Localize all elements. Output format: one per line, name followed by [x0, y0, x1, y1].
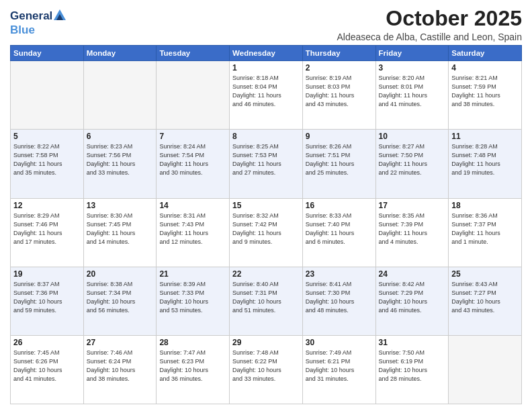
day-info: Sunrise: 8:31 AM Sunset: 7:43 PM Dayligh…: [159, 212, 226, 246]
calendar-cell: [83, 61, 157, 130]
weekday-header: Wednesday: [230, 46, 303, 61]
logo-icon: [54, 9, 66, 20]
day-info: Sunrise: 8:25 AM Sunset: 7:53 PM Dayligh…: [232, 142, 300, 177]
calendar-cell: 14Sunrise: 8:31 AM Sunset: 7:43 PM Dayli…: [157, 198, 230, 267]
day-number: 2: [306, 63, 373, 73]
day-number: 12: [13, 201, 81, 210]
day-info: Sunrise: 8:32 AM Sunset: 7:42 PM Dayligh…: [232, 212, 300, 246]
day-number: 1: [232, 63, 300, 73]
day-info: Sunrise: 8:36 AM Sunset: 7:37 PM Dayligh…: [451, 212, 519, 246]
calendar-cell: 12Sunrise: 8:29 AM Sunset: 7:46 PM Dayli…: [11, 198, 84, 267]
calendar-cell: 5Sunrise: 8:22 AM Sunset: 7:58 PM Daylig…: [11, 130, 84, 198]
day-number: 25: [451, 269, 519, 279]
weekday-header: Monday: [83, 46, 157, 61]
day-number: 23: [306, 269, 373, 279]
day-number: 5: [13, 132, 81, 141]
day-number: 4: [451, 63, 519, 73]
calendar-cell: 13Sunrise: 8:30 AM Sunset: 7:45 PM Dayli…: [83, 198, 157, 267]
weekday-header: Thursday: [302, 46, 375, 61]
calendar-cell: 11Sunrise: 8:28 AM Sunset: 7:48 PM Dayli…: [449, 130, 522, 198]
day-info: Sunrise: 8:22 AM Sunset: 7:58 PM Dayligh…: [13, 142, 81, 177]
calendar-cell: 6Sunrise: 8:23 AM Sunset: 7:56 PM Daylig…: [83, 130, 157, 198]
calendar-cell: 24Sunrise: 8:42 AM Sunset: 7:29 PM Dayli…: [375, 267, 449, 335]
day-info: Sunrise: 8:24 AM Sunset: 7:54 PM Dayligh…: [159, 142, 226, 177]
weekday-header: Friday: [375, 46, 449, 61]
day-info: Sunrise: 7:48 AM Sunset: 6:22 PM Dayligh…: [232, 349, 300, 383]
day-info: Sunrise: 7:50 AM Sunset: 6:19 PM Dayligh…: [379, 349, 446, 383]
day-info: Sunrise: 8:38 AM Sunset: 7:34 PM Dayligh…: [87, 280, 154, 315]
calendar-cell: 23Sunrise: 8:41 AM Sunset: 7:30 PM Dayli…: [302, 267, 375, 335]
calendar-cell: 17Sunrise: 8:35 AM Sunset: 7:39 PM Dayli…: [375, 198, 449, 267]
calendar-cell: 15Sunrise: 8:32 AM Sunset: 7:42 PM Dayli…: [230, 198, 303, 267]
calendar-cell: 2Sunrise: 8:19 AM Sunset: 8:03 PM Daylig…: [302, 61, 375, 130]
calendar-cell: 28Sunrise: 7:47 AM Sunset: 6:23 PM Dayli…: [157, 335, 230, 404]
day-info: Sunrise: 8:41 AM Sunset: 7:30 PM Dayligh…: [306, 280, 373, 315]
day-info: Sunrise: 8:28 AM Sunset: 7:48 PM Dayligh…: [451, 142, 519, 177]
day-number: 31: [379, 338, 446, 347]
calendar-cell: 25Sunrise: 8:43 AM Sunset: 7:27 PM Dayli…: [449, 267, 522, 335]
day-number: 7: [159, 132, 226, 141]
calendar-header-row: SundayMondayTuesdayWednesdayThursdayFrid…: [11, 46, 522, 61]
day-info: Sunrise: 8:43 AM Sunset: 7:27 PM Dayligh…: [451, 280, 519, 315]
calendar-cell: 10Sunrise: 8:27 AM Sunset: 7:50 PM Dayli…: [375, 130, 449, 198]
day-info: Sunrise: 7:49 AM Sunset: 6:21 PM Dayligh…: [306, 349, 373, 383]
calendar-cell: [157, 61, 230, 130]
header: General Blue October 2025 Aldeaseca de A…: [10, 7, 522, 42]
day-number: 3: [379, 63, 446, 73]
calendar-cell: 8Sunrise: 8:25 AM Sunset: 7:53 PM Daylig…: [230, 130, 303, 198]
day-info: Sunrise: 8:37 AM Sunset: 7:36 PM Dayligh…: [13, 280, 81, 315]
day-number: 9: [306, 132, 373, 141]
calendar-cell: 27Sunrise: 7:46 AM Sunset: 6:24 PM Dayli…: [83, 335, 157, 404]
calendar-week-row: 12Sunrise: 8:29 AM Sunset: 7:46 PM Dayli…: [11, 198, 522, 267]
calendar-cell: [11, 61, 84, 130]
day-number: 24: [379, 269, 446, 279]
logo-line1: General: [10, 9, 66, 24]
day-info: Sunrise: 8:27 AM Sunset: 7:50 PM Dayligh…: [379, 142, 446, 177]
day-number: 14: [159, 201, 226, 210]
day-number: 26: [13, 338, 81, 347]
day-info: Sunrise: 7:45 AM Sunset: 6:26 PM Dayligh…: [13, 349, 81, 383]
day-number: 17: [379, 201, 446, 210]
day-number: 8: [232, 132, 300, 141]
day-info: Sunrise: 8:40 AM Sunset: 7:31 PM Dayligh…: [232, 280, 300, 315]
day-number: 28: [159, 338, 226, 347]
calendar-week-row: 1Sunrise: 8:18 AM Sunset: 8:04 PM Daylig…: [11, 61, 522, 130]
logo-line2: Blue: [10, 24, 66, 37]
calendar-cell: 19Sunrise: 8:37 AM Sunset: 7:36 PM Dayli…: [11, 267, 84, 335]
weekday-header: Saturday: [449, 46, 522, 61]
day-info: Sunrise: 8:26 AM Sunset: 7:51 PM Dayligh…: [306, 142, 373, 177]
day-number: 27: [87, 338, 154, 347]
day-info: Sunrise: 8:29 AM Sunset: 7:46 PM Dayligh…: [13, 212, 81, 246]
day-info: Sunrise: 8:21 AM Sunset: 7:59 PM Dayligh…: [451, 74, 519, 109]
calendar-cell: 20Sunrise: 8:38 AM Sunset: 7:34 PM Dayli…: [83, 267, 157, 335]
calendar-cell: 30Sunrise: 7:49 AM Sunset: 6:21 PM Dayli…: [302, 335, 375, 404]
day-number: 29: [232, 338, 300, 347]
day-number: 22: [232, 269, 300, 279]
day-number: 16: [306, 201, 373, 210]
calendar-cell: 9Sunrise: 8:26 AM Sunset: 7:51 PM Daylig…: [302, 130, 375, 198]
day-number: 30: [306, 338, 373, 347]
day-info: Sunrise: 7:47 AM Sunset: 6:23 PM Dayligh…: [159, 349, 226, 383]
calendar-cell: 4Sunrise: 8:21 AM Sunset: 7:59 PM Daylig…: [449, 61, 522, 130]
day-number: 13: [87, 201, 154, 210]
calendar-cell: 26Sunrise: 7:45 AM Sunset: 6:26 PM Dayli…: [11, 335, 84, 404]
weekday-header: Tuesday: [157, 46, 230, 61]
calendar-week-row: 26Sunrise: 7:45 AM Sunset: 6:26 PM Dayli…: [11, 335, 522, 404]
calendar-cell: [449, 335, 522, 404]
day-number: 20: [87, 269, 154, 279]
calendar-cell: 16Sunrise: 8:33 AM Sunset: 7:40 PM Dayli…: [302, 198, 375, 267]
page: General Blue October 2025 Aldeaseca de A…: [0, 0, 532, 411]
day-info: Sunrise: 8:18 AM Sunset: 8:04 PM Dayligh…: [232, 74, 300, 109]
calendar-cell: 7Sunrise: 8:24 AM Sunset: 7:54 PM Daylig…: [157, 130, 230, 198]
day-info: Sunrise: 8:30 AM Sunset: 7:45 PM Dayligh…: [87, 212, 154, 246]
weekday-header: Sunday: [11, 46, 84, 61]
day-number: 10: [379, 132, 446, 141]
day-number: 6: [87, 132, 154, 141]
calendar-cell: 1Sunrise: 8:18 AM Sunset: 8:04 PM Daylig…: [230, 61, 303, 130]
calendar-week-row: 5Sunrise: 8:22 AM Sunset: 7:58 PM Daylig…: [11, 130, 522, 198]
calendar-table: SundayMondayTuesdayWednesdayThursdayFrid…: [10, 45, 522, 404]
day-info: Sunrise: 8:23 AM Sunset: 7:56 PM Dayligh…: [87, 142, 154, 177]
day-info: Sunrise: 8:19 AM Sunset: 8:03 PM Dayligh…: [306, 74, 373, 109]
day-info: Sunrise: 7:46 AM Sunset: 6:24 PM Dayligh…: [87, 349, 154, 383]
day-info: Sunrise: 8:39 AM Sunset: 7:33 PM Dayligh…: [159, 280, 226, 315]
